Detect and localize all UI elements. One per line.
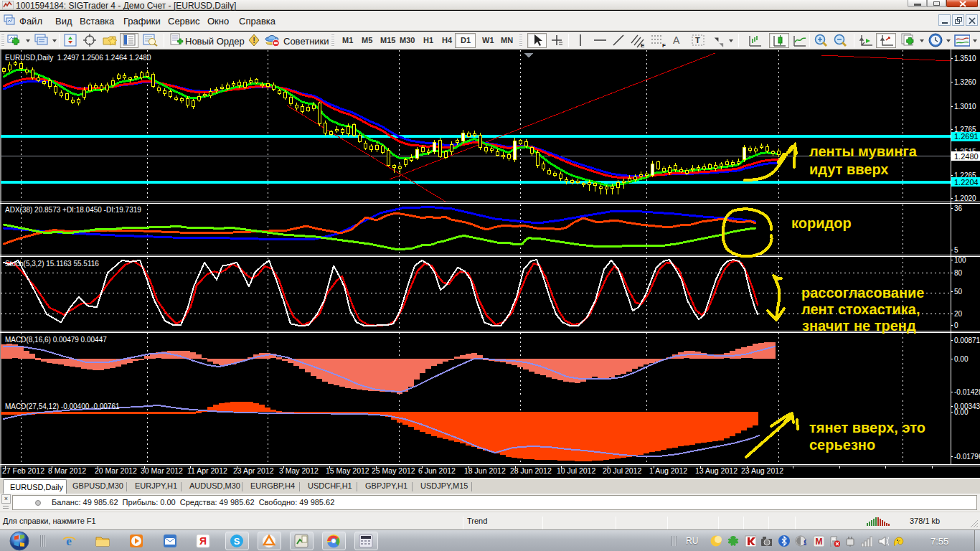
svg-text:5: 5 xyxy=(954,246,958,254)
svg-text:11 Apr 2012: 11 Apr 2012 xyxy=(187,466,227,475)
svg-text:M: M xyxy=(816,537,823,547)
svg-text:8 Mar 2012: 8 Mar 2012 xyxy=(48,466,86,475)
svg-text:36: 36 xyxy=(954,204,963,212)
svg-text:рассогласование: рассогласование xyxy=(801,285,924,301)
svg-text:ленты мувинга: ленты мувинга xyxy=(809,143,918,159)
svg-text:1.2020: 1.2020 xyxy=(954,194,976,202)
svg-text:23 Apr 2012: 23 Apr 2012 xyxy=(233,466,274,475)
svg-text:28 Jun 2012: 28 Jun 2012 xyxy=(510,466,552,475)
svg-text:1.2204: 1.2204 xyxy=(954,178,979,187)
svg-text:13 Aug 2012: 13 Aug 2012 xyxy=(695,466,738,475)
svg-text:25 May 2012: 25 May 2012 xyxy=(372,466,415,475)
svg-text:0.00: 0.00 xyxy=(954,408,969,416)
svg-text:MACD(8,16,6) 0.00479 0.00447: MACD(8,16,6) 0.00479 0.00447 xyxy=(5,336,107,344)
svg-text:Я: Я xyxy=(199,535,207,547)
svg-text:ADX(38) 20.8573 +DI:18.0450 -D: ADX(38) 20.8573 +DI:18.0450 -DI:19.7319 xyxy=(5,206,141,214)
svg-text:-0.01796: -0.01796 xyxy=(954,453,980,461)
svg-text:1.2691: 1.2691 xyxy=(954,132,979,141)
svg-text:20 Mar 2012: 20 Mar 2012 xyxy=(95,466,137,475)
svg-text:100: 100 xyxy=(954,256,966,264)
svg-text:50: 50 xyxy=(954,288,963,296)
svg-text:1.2480: 1.2480 xyxy=(954,152,979,161)
svg-text:1.3010: 1.3010 xyxy=(954,103,976,110)
svg-text:20 Jul 2012: 20 Jul 2012 xyxy=(603,466,641,475)
svg-text:1.3260: 1.3260 xyxy=(954,78,976,86)
svg-text:18 Jun 2012: 18 Jun 2012 xyxy=(464,466,506,475)
svg-text:серьезно: серьезно xyxy=(809,437,875,453)
svg-text:0.00871: 0.00871 xyxy=(954,336,980,344)
svg-text:S: S xyxy=(234,536,240,547)
svg-text:-0.01428: -0.01428 xyxy=(954,388,980,396)
svg-text:идут вверх: идут вверх xyxy=(809,161,888,177)
svg-text:значит не тренд: значит не тренд xyxy=(802,318,916,334)
svg-text:Ω: Ω xyxy=(804,537,806,547)
svg-text:1 Aug 2012: 1 Aug 2012 xyxy=(649,466,687,475)
svg-text:тянет вверх, это: тянет вверх, это xyxy=(809,420,925,435)
svg-text:20: 20 xyxy=(954,310,963,318)
svg-text:0.00: 0.00 xyxy=(954,355,969,363)
svg-text:лент стохастика,: лент стохастика, xyxy=(801,301,920,317)
svg-text:15 May 2012: 15 May 2012 xyxy=(326,466,369,475)
svg-text:27 Feb 2012: 27 Feb 2012 xyxy=(2,466,44,475)
svg-text:3 May 2012: 3 May 2012 xyxy=(279,466,319,475)
svg-text:коридор: коридор xyxy=(791,215,852,231)
svg-text:1.3510: 1.3510 xyxy=(954,55,976,62)
svg-text:0: 0 xyxy=(954,321,958,329)
svg-text:EURUSD,Daily 1.2497 1.2506 1.: EURUSD,Daily 1.2497 1.2506 1.2464 1.2480 xyxy=(5,54,151,62)
svg-text:Stoch(5,3,2) 15.1163 55.5116: Stoch(5,3,2) 15.1163 55.5116 xyxy=(5,260,99,268)
svg-text:80: 80 xyxy=(954,269,963,277)
svg-text:MACD(27,54,12) -0.00400 -0.007: MACD(27,54,12) -0.00400 -0.00761 xyxy=(5,402,120,410)
svg-text:10 Jul 2012: 10 Jul 2012 xyxy=(557,466,595,475)
svg-text:6 Jun 2012: 6 Jun 2012 xyxy=(418,466,456,475)
svg-text:30 Mar 2012: 30 Mar 2012 xyxy=(141,466,183,475)
svg-text:e: e xyxy=(66,534,72,548)
